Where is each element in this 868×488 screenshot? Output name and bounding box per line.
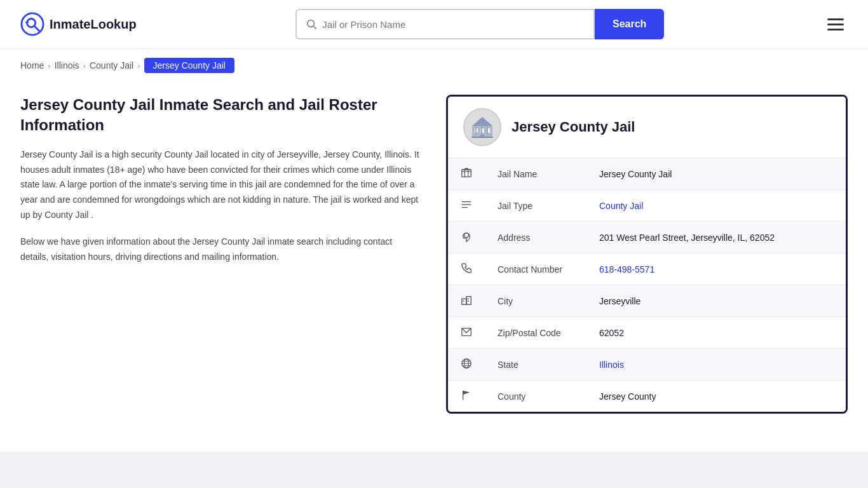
- jail-card-header: Jersey County Jail: [448, 97, 846, 158]
- table-value[interactable]: County Jail: [587, 190, 846, 222]
- jail-card-title: Jersey County Jail: [512, 119, 635, 135]
- right-column: Jersey County Jail Jail NameJersey Count…: [446, 95, 848, 414]
- table-label: County: [485, 381, 587, 412]
- table-label: State: [485, 349, 587, 381]
- svg-line-5: [313, 26, 316, 29]
- search-input[interactable]: [322, 19, 585, 30]
- table-label: Contact Number: [485, 254, 587, 285]
- table-row: Contact Number618-498-5571: [448, 254, 846, 285]
- breadcrumb-home[interactable]: Home: [20, 60, 44, 71]
- logo-text-part2: Lookup: [90, 17, 136, 31]
- breadcrumb-county-jail[interactable]: County Jail: [90, 60, 133, 71]
- table-value: 201 West Pearl Street, Jerseyville, IL, …: [587, 222, 846, 254]
- hamburger-line1: [827, 18, 844, 20]
- svg-rect-19: [462, 171, 471, 172]
- phone-icon: [448, 254, 485, 285]
- jail-icon: [448, 158, 485, 190]
- footer-band: [0, 452, 868, 488]
- table-label: Zip/Postal Code: [485, 317, 587, 349]
- page-description-2: Below we have given information about th…: [20, 234, 421, 265]
- breadcrumb-sep3: ›: [137, 61, 140, 71]
- list-icon: [448, 190, 485, 222]
- svg-rect-15: [487, 126, 488, 135]
- courthouse-icon: [470, 114, 495, 140]
- breadcrumb-sep2: ›: [83, 61, 86, 71]
- logo-text-part1: Inmate: [50, 17, 90, 31]
- hamburger-menu[interactable]: [824, 15, 848, 34]
- table-value: Jersey County Jail: [587, 158, 846, 190]
- logo-icon: [20, 12, 44, 36]
- svg-rect-29: [468, 301, 469, 302]
- page-description: Jersey County Jail is a high security Co…: [20, 147, 421, 223]
- city-icon: [448, 285, 485, 317]
- svg-rect-27: [463, 301, 465, 302]
- left-column: Jersey County Jail Inmate Search and Jai…: [20, 95, 421, 414]
- table-row: CityJerseyville: [448, 285, 846, 317]
- svg-rect-25: [462, 299, 466, 304]
- breadcrumb-illinois[interactable]: Illinois: [55, 60, 79, 71]
- breadcrumb: Home › Illinois › County Jail › Jersey C…: [0, 49, 868, 82]
- svg-rect-13: [475, 126, 477, 135]
- table-row: CountyJersey County: [448, 381, 846, 412]
- logo[interactable]: InmateLookup: [20, 12, 137, 36]
- breadcrumb-active: Jersey County Jail: [144, 58, 234, 73]
- breadcrumb-sep1: ›: [48, 61, 50, 71]
- table-value: 62052: [587, 317, 846, 349]
- hamburger-line3: [827, 29, 844, 30]
- table-value: Jerseyville: [587, 285, 846, 317]
- info-table: Jail NameJersey County JailJail TypeCoun…: [448, 158, 846, 412]
- table-value: Jersey County: [587, 381, 846, 412]
- logo-text: InmateLookup: [50, 17, 137, 32]
- search-input-wrap: [295, 9, 595, 39]
- globe-icon: [448, 349, 485, 381]
- table-label: Jail Type: [485, 190, 587, 222]
- jail-card: Jersey County Jail Jail NameJersey Count…: [446, 95, 848, 414]
- search-icon: [306, 18, 317, 30]
- search-button[interactable]: Search: [595, 9, 664, 39]
- svg-marker-20: [462, 168, 471, 170]
- jail-avatar: [463, 108, 501, 146]
- table-row: Address201 West Pearl Street, Jerseyvill…: [448, 222, 846, 254]
- svg-rect-28: [468, 298, 469, 299]
- svg-rect-16: [462, 170, 471, 177]
- svg-marker-10: [472, 117, 492, 126]
- search-bar: Search: [295, 9, 664, 39]
- svg-rect-12: [471, 137, 493, 138]
- svg-rect-3: [25, 22, 29, 23]
- page-title: Jersey County Jail Inmate Search and Jai…: [20, 95, 421, 136]
- pin-icon: [448, 222, 485, 254]
- main-content: Jersey County Jail Inmate Search and Jai…: [0, 82, 868, 439]
- table-label: City: [485, 285, 587, 317]
- table-label: Jail Name: [485, 158, 587, 190]
- table-row: Jail TypeCounty Jail: [448, 190, 846, 222]
- table-row: Zip/Postal Code62052: [448, 317, 846, 349]
- hamburger-line2: [827, 24, 844, 25]
- svg-line-2: [34, 26, 40, 32]
- table-row: StateIllinois: [448, 349, 846, 381]
- mail-icon: [448, 317, 485, 349]
- table-label: Address: [485, 222, 587, 254]
- table-value[interactable]: 618-498-5571: [587, 254, 846, 285]
- flag-icon: [448, 381, 485, 412]
- table-value[interactable]: Illinois: [587, 349, 846, 381]
- table-row: Jail NameJersey County Jail: [448, 158, 846, 190]
- svg-rect-14: [481, 126, 482, 135]
- header: InmateLookup Search: [0, 0, 868, 49]
